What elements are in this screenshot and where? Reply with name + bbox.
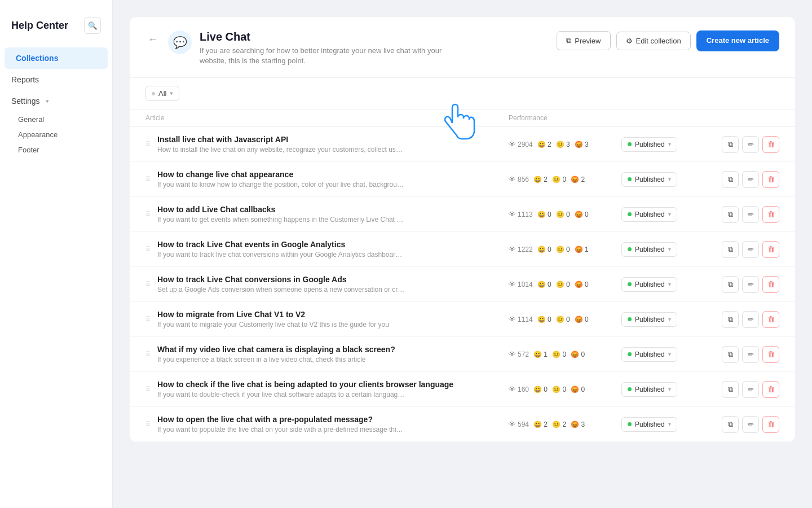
article-content: What if my video live chat camera is dis… [157,345,509,364]
delete-article-button[interactable]: 🗑 [762,206,779,223]
drag-handle-icon[interactable]: ⠿ [145,246,151,253]
chevron-down-icon: ▾ [46,98,49,105]
article-content: How to add Live Chat callbacks If you wa… [157,205,509,224]
edit-article-button[interactable]: ✏ [742,381,759,398]
sad-count: 😡 0 [575,211,589,218]
article-title: How to migrate from Live Chat V1 to V2 [157,310,509,319]
performance-column: 👁 572 😀 1 😐 0 😡 0 [509,350,621,358]
collection-description: If you are searching for how to better i… [200,46,470,66]
create-article-button[interactable]: Create new article [696,30,779,51]
eye-icon: 👁 [509,210,516,218]
neutral-count: 😐 3 [556,141,570,148]
eye-icon: 👁 [509,245,516,253]
open-link-button[interactable]: ⧉ [722,136,739,153]
sidebar-item-settings[interactable]: Settings ▾ [0,90,112,112]
search-button[interactable]: 🔍 [84,17,101,34]
drag-handle-icon[interactable]: ⠿ [145,421,151,428]
collection-title: Live Chat [200,30,470,43]
drag-handle-icon[interactable]: ⠿ [145,281,151,288]
sidebar-item-general[interactable]: General [0,112,112,127]
status-badge[interactable]: Published ▾ [621,137,677,152]
status-badge[interactable]: Published ▾ [621,417,677,432]
drag-handle-icon[interactable]: ⠿ [145,176,151,183]
edit-article-button[interactable]: ✏ [742,206,759,223]
delete-article-button[interactable]: 🗑 [762,171,779,188]
edit-icon: ✏ [748,210,754,218]
edit-article-button[interactable]: ✏ [742,346,759,363]
open-link-button[interactable]: ⧉ [722,311,739,328]
delete-article-button[interactable]: 🗑 [762,311,779,328]
status-chevron-icon: ▾ [668,246,671,252]
delete-article-button[interactable]: 🗑 [762,136,779,153]
open-link-button[interactable]: ⧉ [722,346,739,363]
delete-article-button[interactable]: 🗑 [762,276,779,293]
sidebar-reports-label: Reports [11,75,39,84]
back-button[interactable]: ← [145,32,160,48]
actions-column: ⧉ ✏ 🗑 [712,171,779,188]
edit-icon: ✏ [748,280,754,288]
status-column: Published ▾ [621,137,712,152]
sidebar-item-collections[interactable]: Collections [5,47,108,69]
status-badge[interactable]: Published ▾ [621,312,677,327]
status-badge[interactable]: Published ▾ [621,347,677,362]
edit-article-button[interactable]: ✏ [742,311,759,328]
status-badge[interactable]: Published ▾ [621,172,677,187]
sidebar: Help Center 🔍 Collections Reports Settin… [0,0,113,508]
status-badge[interactable]: Published ▾ [621,277,677,292]
drag-handle-icon[interactable]: ⠿ [145,211,151,218]
edit-collection-button[interactable]: ⚙ Edit collection [616,32,691,50]
edit-article-button[interactable]: ✏ [742,171,759,188]
drag-handle-icon[interactable]: ⠿ [145,316,151,323]
status-column: Published ▾ [621,207,712,222]
status-badge[interactable]: Published ▾ [621,382,677,397]
actions-column: ⧉ ✏ 🗑 [712,241,779,258]
edit-article-button[interactable]: ✏ [742,276,759,293]
table-row: ⠿ What if my video live chat camera is d… [130,337,795,372]
open-link-button[interactable]: ⧉ [722,416,739,433]
filter-dropdown[interactable]: All ▾ [145,86,179,101]
delete-article-button[interactable]: 🗑 [762,346,779,363]
actions-column: ⧉ ✏ 🗑 [712,416,779,433]
eye-icon: 👁 [509,350,516,358]
table-row: ⠿ How to track Live Chat conversions in … [130,267,795,302]
sidebar-collections-label: Collections [16,54,58,63]
preview-icon: ⧉ [566,36,571,45]
sidebar-item-appearance[interactable]: Appearance [0,127,112,142]
article-content: Install live chat with Javascript API Ho… [157,135,509,154]
status-badge[interactable]: Published ▾ [621,242,677,257]
happy-count: 😀 1 [533,351,548,358]
open-link-button[interactable]: ⧉ [722,276,739,293]
preview-button[interactable]: ⧉ Preview [557,31,610,50]
status-column: Published ▾ [621,347,712,362]
sad-count: 😡 0 [575,281,589,288]
open-link-button[interactable]: ⧉ [722,381,739,398]
sidebar-item-footer[interactable]: Footer [0,142,112,157]
delete-article-button[interactable]: 🗑 [762,241,779,258]
delete-article-button[interactable]: 🗑 [762,381,779,398]
edit-article-button[interactable]: ✏ [742,136,759,153]
sidebar-item-reports[interactable]: Reports [0,69,112,90]
status-dot [628,387,632,391]
performance-column: 👁 1114 😀 0 😐 0 😡 0 [509,315,621,323]
open-link-button[interactable]: ⧉ [722,241,739,258]
delete-icon: 🗑 [767,210,775,218]
drag-handle-icon[interactable]: ⠿ [145,351,151,358]
delete-icon: 🗑 [767,385,775,393]
edit-icon: ✏ [748,385,754,393]
open-link-button[interactable]: ⧉ [722,171,739,188]
view-count: 👁 572 [509,350,529,358]
link-icon: ⧉ [728,175,733,184]
open-link-button[interactable]: ⧉ [722,206,739,223]
performance-column: 👁 2904 😀 2 😐 3 😡 3 [509,140,621,148]
status-chevron-icon: ▾ [668,386,671,392]
drag-handle-icon[interactable]: ⠿ [145,386,151,393]
edit-article-button[interactable]: ✏ [742,416,759,433]
status-column: Published ▾ [621,417,712,432]
status-badge[interactable]: Published ▾ [621,207,677,222]
article-description: If you want to track live chat conversio… [157,251,405,259]
neutral-count: 😐 0 [552,386,566,393]
view-count: 👁 2904 [509,140,533,148]
edit-article-button[interactable]: ✏ [742,241,759,258]
drag-handle-icon[interactable]: ⠿ [145,141,151,148]
delete-article-button[interactable]: 🗑 [762,416,779,433]
